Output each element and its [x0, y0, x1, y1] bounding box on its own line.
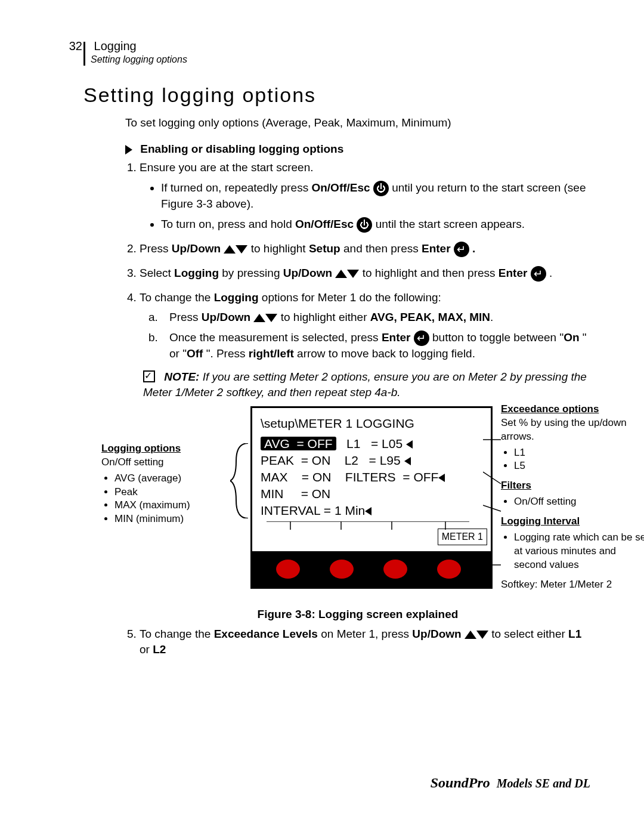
- step-2: Press Up/Down to highlight Setup and the…: [140, 241, 590, 257]
- figure-caption: Figure 3-8: Logging screen explained: [125, 607, 590, 622]
- softkey-button[interactable]: [330, 560, 354, 579]
- svg-line-7: [483, 505, 501, 511]
- section-subtitle: Setting logging options: [91, 54, 187, 65]
- enable-heading: Enabling or disabling logging options: [125, 141, 590, 157]
- down-arrow-icon: [476, 631, 488, 639]
- step-5: To change the Exceedance Levels on Meter…: [140, 626, 590, 657]
- device-screen: \setup\METER 1 LOGGING AVG = OFF L1 = L0…: [250, 406, 493, 589]
- brace-icon: [230, 443, 252, 518]
- page-footer: SoundPro Models SE and DL: [431, 775, 590, 791]
- bullet-arrow-icon: [125, 145, 132, 155]
- power-icon: [373, 181, 389, 196]
- note-label: NOTE:: [164, 370, 199, 383]
- enable-heading-text: Enabling or disabling logging options: [140, 143, 343, 155]
- pointer-left-icon: [404, 457, 411, 465]
- footer-text: Models SE and DL: [497, 777, 590, 790]
- softkey-button[interactable]: [437, 560, 461, 579]
- note: NOTE: If you are setting Meter 2 options…: [143, 369, 590, 400]
- up-arrow-icon: [224, 245, 236, 254]
- up-arrow-icon: [465, 631, 476, 639]
- pointer-left-icon: [365, 507, 371, 515]
- softkey-caption: Softkey: Meter 1/Meter 2: [501, 578, 644, 592]
- step-1: Ensure you are at the start screen. If t…: [140, 160, 590, 232]
- page-header: 32 Logging Setting logging options: [54, 39, 187, 65]
- svg-line-6: [483, 472, 501, 484]
- device-button-bar: [252, 551, 491, 587]
- page-content: Setting logging options To set logging o…: [83, 84, 590, 666]
- step-1-text: Ensure you are at the start screen.: [140, 161, 314, 174]
- callout-exceedance: Exceedance options Set % by using the up…: [501, 403, 644, 592]
- softkey-button[interactable]: [383, 560, 407, 579]
- power-icon: [357, 217, 372, 233]
- page-number: 32: [54, 39, 82, 53]
- enter-icon: [414, 330, 429, 346]
- down-arrow-icon: [347, 270, 359, 278]
- intro-text: To set logging only options (Average, Pe…: [125, 115, 590, 131]
- pointer-left-icon: [438, 474, 445, 482]
- step-1a: If turned on, repeatedly press On/Off/Es…: [161, 180, 590, 212]
- header-divider: [83, 42, 85, 66]
- callout-connectors: [483, 436, 507, 573]
- note-text: If you are setting Meter 2 options, ensu…: [143, 370, 587, 398]
- down-arrow-icon: [265, 314, 277, 322]
- down-arrow-icon: [236, 245, 247, 254]
- checkbox-icon: [143, 370, 155, 382]
- step-4: To change the Logging options for Meter …: [140, 290, 590, 362]
- step-1b: To turn on, press and hold On/Off/Esc un…: [161, 217, 590, 233]
- steps-list-cont: To change the Exceedance Levels on Meter…: [138, 626, 590, 657]
- page-title: Setting logging options: [83, 84, 590, 107]
- step-3: Select Logging by pressing Up/Down to hi…: [140, 265, 590, 282]
- up-arrow-icon: [253, 314, 265, 322]
- up-arrow-icon: [335, 270, 347, 278]
- pointer-left-icon: [406, 440, 413, 449]
- section-title: Logging: [94, 39, 137, 52]
- meter-softkey-label: METER 1: [438, 529, 487, 545]
- callout-logging-options: Logging options On/Off setting AVG (aver…: [101, 442, 239, 533]
- figure-3-8: Logging options On/Off setting AVG (aver…: [125, 406, 590, 622]
- enter-icon: [454, 242, 469, 257]
- step-4a: Press Up/Down to highlight either AVG, P…: [161, 310, 590, 325]
- brand-logo: SoundPro: [431, 775, 490, 790]
- screen-path: \setup\METER 1 LOGGING: [261, 415, 414, 432]
- enter-icon: [531, 266, 546, 282]
- softkey-button[interactable]: [276, 560, 300, 579]
- steps-list: Ensure you are at the start screen. If t…: [138, 160, 590, 361]
- step-4b: Once the measurement is selected, press …: [161, 330, 590, 362]
